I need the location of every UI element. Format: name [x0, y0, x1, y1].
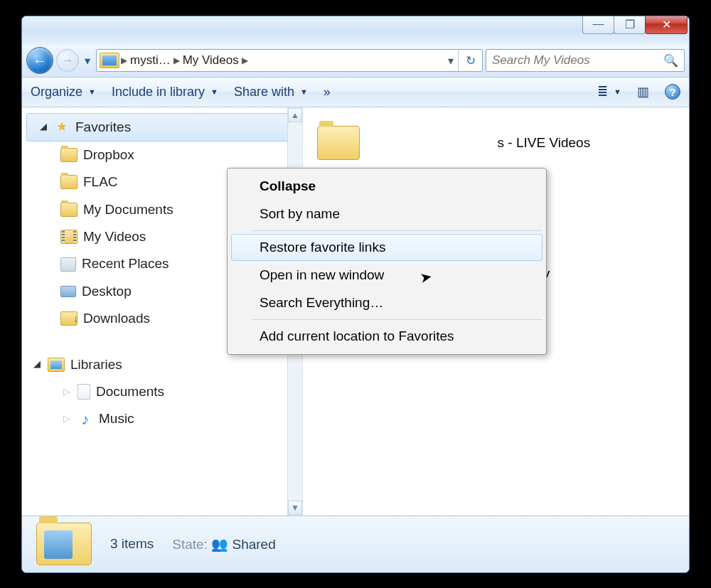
sidebar-item-label: Dropbox — [83, 144, 134, 166]
context-menu-add-to-favorites[interactable]: Add current location to Favorites — [231, 323, 542, 350]
close-button[interactable]: ✕ — [645, 16, 688, 34]
location-folder-icon — [100, 53, 119, 68]
chevron-right-icon[interactable]: ▶ — [121, 55, 127, 65]
sidebar-item-label: My Videos — [83, 226, 146, 247]
toolbar-more-button[interactable]: » — [324, 85, 331, 100]
music-icon: ♪ — [77, 412, 93, 427]
people-icon: 👥 — [211, 537, 228, 552]
sidebar-item-label: Recent Places — [82, 253, 169, 274]
context-menu-open-new-window[interactable]: Open in new window — [231, 262, 542, 289]
explorer-window: — ❐ ✕ ← → ▾ ▶ mysti… ▶ My Videos ▶ ▾ ↻ S… — [21, 16, 690, 573]
refresh-button[interactable]: ↻ — [458, 50, 482, 71]
file-item[interactable]: Games for Windows - LIVE Videos — [314, 122, 678, 164]
sidebar-item-documents[interactable]: ▷Documents — [22, 378, 302, 405]
sidebar-item-label: Documents — [96, 381, 164, 402]
address-bar[interactable]: ▶ mysti… ▶ My Videos ▶ ▾ ↻ — [96, 49, 483, 72]
context-menu-restore-favorite-links[interactable]: Restore favorite links — [231, 234, 542, 261]
minimize-button[interactable]: — — [582, 16, 614, 34]
sidebar-item-label: FLAC — [83, 171, 118, 193]
context-menu-collapse[interactable]: Collapse — [231, 173, 542, 200]
breadcrumb-my-videos[interactable]: My Videos — [180, 53, 242, 68]
sidebar-libraries-header[interactable]: ◢ Libraries — [22, 351, 302, 378]
file-name-partial: s - LIVE Videos — [498, 135, 591, 151]
breadcrumb-mysti[interactable]: mysti… — [127, 53, 173, 68]
nav-history-dropdown[interactable]: ▾ — [82, 54, 93, 68]
folder-icon — [60, 148, 77, 162]
collapse-icon[interactable]: ◢ — [33, 357, 42, 372]
item-count: 3 items — [110, 536, 154, 552]
address-dropdown-icon[interactable]: ▾ — [448, 54, 454, 68]
search-icon[interactable]: 🔍 — [663, 53, 678, 68]
chevron-right-icon[interactable]: ▶ — [242, 55, 248, 65]
chevron-right-icon[interactable]: ▶ — [173, 55, 180, 65]
desktop-icon — [60, 286, 76, 297]
expand-icon[interactable]: ▷ — [63, 412, 72, 427]
details-pane: 3 items State: 👥 Shared — [22, 515, 689, 572]
context-menu-search-everything[interactable]: Search Everything… — [231, 289, 542, 316]
sidebar-item-label: Libraries — [70, 354, 122, 375]
expand-icon[interactable]: ▷ — [63, 385, 72, 400]
preview-pane-button[interactable]: ▥ — [637, 84, 649, 100]
sidebar-item-label: Desktop — [82, 281, 132, 302]
document-icon — [77, 384, 90, 400]
search-placeholder: Search My Videos — [492, 53, 590, 68]
video-folder-icon — [60, 230, 77, 244]
downloads-folder-icon — [60, 311, 77, 326]
search-input[interactable]: Search My Videos 🔍 — [486, 49, 685, 72]
nav-forward-button[interactable]: → — [56, 49, 79, 72]
nav-back-button[interactable]: ← — [26, 47, 53, 74]
sidebar-item-dropbox[interactable]: Dropbox — [22, 141, 302, 169]
collapse-icon[interactable]: ◢ — [40, 119, 48, 134]
scroll-down-icon[interactable]: ▼ — [288, 501, 302, 515]
folder-thumbnail-icon — [36, 523, 92, 565]
share-with-button[interactable]: Share with▼ — [234, 85, 308, 100]
sidebar-favorites-header[interactable]: ◢ ★ Favorites — [26, 113, 298, 141]
organize-button[interactable]: Organize▼ — [31, 85, 96, 100]
scroll-up-icon[interactable]: ▲ — [288, 108, 302, 122]
folder-icon — [60, 203, 77, 217]
recent-places-icon — [60, 257, 76, 272]
sidebar-item-music[interactable]: ▷♪Music — [22, 405, 302, 432]
sidebar-item-label: Music — [99, 408, 134, 429]
titlebar[interactable]: — ❐ ✕ — [22, 16, 689, 45]
maximize-button[interactable]: ❐ — [614, 16, 646, 34]
include-in-library-button[interactable]: Include in library▼ — [112, 85, 218, 100]
menu-separator — [252, 319, 542, 320]
folder-icon — [60, 175, 77, 189]
folder-icon — [317, 126, 360, 160]
context-menu: Collapse Sort by name Restore favorite l… — [227, 168, 547, 355]
sidebar-item-label: My Documents — [83, 199, 173, 220]
view-options-button[interactable]: ≣▼ — [597, 84, 621, 100]
sidebar-item-label: Downloads — [83, 308, 150, 329]
sidebar-item-label: Favorites — [75, 117, 131, 138]
state-label: State: — [172, 537, 208, 552]
star-icon: ★ — [54, 119, 70, 135]
state-value: Shared — [232, 537, 275, 552]
toolbar: Organize▼ Include in library▼ Share with… — [22, 77, 689, 107]
help-button[interactable]: ? — [665, 84, 680, 100]
libraries-icon — [48, 358, 65, 372]
nav-row: ← → ▾ ▶ mysti… ▶ My Videos ▶ ▾ ↻ Search … — [22, 45, 689, 77]
menu-separator — [252, 230, 542, 231]
context-menu-sort-by-name[interactable]: Sort by name — [231, 201, 542, 228]
